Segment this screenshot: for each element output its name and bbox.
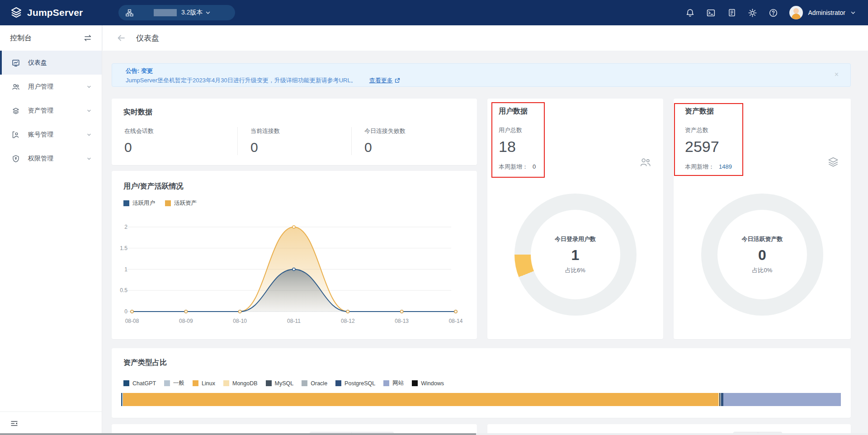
legend-item[interactable]: 网站 [383, 379, 404, 387]
sidebar-item-accounts[interactable]: 账号管理 [0, 123, 102, 147]
people-icon [640, 156, 651, 167]
legend-swatch [266, 380, 272, 386]
sidebar-item-label: 用户管理 [28, 83, 86, 91]
legend-item[interactable]: MongoDB [223, 379, 258, 387]
svg-text:08-09: 08-09 [179, 318, 193, 324]
chevron-down-icon [86, 132, 92, 137]
legend-item[interactable]: 一般 [164, 379, 184, 387]
active-assets-donut: 今日活跃资产数 0 占比0% [701, 194, 823, 316]
org-switcher[interactable]: 3.2版本 [118, 5, 235, 20]
legend-item[interactable]: Oracle [302, 379, 327, 387]
chevron-down-icon [86, 84, 92, 90]
organization-icon [126, 9, 149, 17]
chevron-down-icon [86, 156, 92, 161]
users-icon [12, 83, 20, 91]
svg-text:08-13: 08-13 [395, 318, 409, 324]
svg-text:08-10: 08-10 [233, 318, 247, 324]
card-title: 实时数据 [123, 108, 465, 117]
card-title: 资产类型占比 [123, 358, 839, 368]
layers-icon [827, 156, 839, 167]
svg-text:08-12: 08-12 [341, 318, 355, 324]
shield-icon [12, 155, 20, 163]
svg-text:2: 2 [124, 224, 127, 230]
dashboard-icon [12, 59, 20, 67]
sidebar-item-dashboard[interactable]: 仪表盘 [0, 51, 102, 75]
asset-week-new: 本周新增：1489 [685, 163, 840, 171]
legend-item[interactable]: Windows [412, 379, 444, 387]
chevron-down-icon [86, 108, 92, 113]
activity-legend: 活跃用户活跃资产 [123, 199, 465, 207]
page-title: 仪表盘 [136, 33, 159, 43]
legend-swatch [302, 380, 307, 386]
stat-failed-connections-today: 今日连接失败数 0 [351, 127, 465, 155]
switch-view-icon[interactable] [84, 34, 92, 42]
chevron-down-icon [205, 9, 228, 16]
legend-item[interactable]: 活跃资产 [165, 199, 197, 207]
notification-bell-icon[interactable] [685, 8, 695, 18]
collapse-sidebar-icon[interactable] [10, 419, 19, 428]
svg-text:08-14: 08-14 [449, 318, 463, 324]
user-menu-chevron-icon[interactable] [850, 9, 856, 16]
web-terminal-icon[interactable] [706, 8, 716, 18]
legend-swatch [164, 380, 170, 386]
sidebar-header: 控制台 [0, 25, 102, 51]
current-user-name[interactable]: Administrator [808, 9, 845, 16]
announcement-text: JumpServer堡垒机暂定于2023年4月30日进行升级变更，升级详细功能更… [126, 76, 357, 85]
work-log-icon[interactable] [727, 8, 737, 18]
bar-segment-Linux [123, 393, 718, 406]
announcement-title: 公告: 变更 [126, 67, 837, 75]
legend-swatch [335, 380, 341, 386]
settings-gear-icon[interactable] [748, 8, 758, 18]
jumpserver-logo-icon [10, 6, 23, 19]
avatar-head [793, 8, 799, 14]
legend-item[interactable]: Linux [193, 379, 215, 387]
bar-segment-网站 [723, 393, 841, 406]
user-asset-activity-card: 用户/资产活跃情况 活跃用户活跃资产 00.511.5208-0808-0908… [112, 171, 477, 339]
user-total-value: 18 [499, 138, 652, 156]
sidebar-item-label: 资产管理 [28, 107, 86, 115]
brand-name: JumpServer [27, 7, 83, 18]
legend-swatch [123, 200, 129, 206]
donut-ratio: 占比0% [752, 266, 773, 274]
divider [154, 9, 177, 16]
back-arrow-icon[interactable] [116, 33, 126, 43]
sidebar-title: 控制台 [10, 33, 32, 43]
sidebar-item-assets[interactable]: 资产管理 [0, 99, 102, 123]
donut-value: 1 [571, 247, 580, 264]
stat-online-sessions: 在线会话数 0 [123, 127, 237, 155]
sidebar-item-label: 仪表盘 [28, 59, 92, 67]
legend-item[interactable]: PostgreSQL [335, 379, 375, 387]
sidebar: 控制台 仪表盘 用户管理 [0, 25, 102, 435]
announcement-banner: 公告: 变更 JumpServer堡垒机暂定于2023年4月30日进行升级变更，… [112, 63, 851, 87]
user-avatar[interactable] [789, 6, 803, 19]
close-icon[interactable]: × [835, 71, 839, 78]
sidebar-item-permissions[interactable]: 权限管理 [0, 147, 102, 170]
see-more-link[interactable]: 查看更多 [369, 76, 400, 85]
asset-data-card: 资产数据 资产总数 2597 本周新增：1489 今日活跃资产数 0 占比0% [674, 99, 851, 339]
donut-label: 今日活跃资产数 [742, 235, 783, 243]
legend-item[interactable]: MySQL [266, 379, 294, 387]
legend-swatch [193, 380, 198, 386]
external-link-icon [395, 78, 400, 83]
legend-swatch [383, 380, 389, 386]
stat-current-connections: 当前连接数 0 [237, 127, 351, 155]
svg-text:1.5: 1.5 [120, 245, 127, 251]
legend-item[interactable]: 活跃用户 [123, 199, 155, 207]
brand-logo[interactable]: JumpServer [10, 6, 100, 19]
help-icon[interactable] [769, 8, 778, 18]
svg-text:08-08: 08-08 [125, 318, 139, 324]
horizontal-scrollbar-track[interactable] [0, 433, 868, 435]
activity-chart: 00.511.5208-0808-0908-1008-1108-1208-130… [113, 217, 461, 330]
horizontal-scrollbar-thumb[interactable] [0, 433, 476, 435]
svg-text:0: 0 [124, 308, 127, 315]
legend-item[interactable]: ChatGPT [123, 379, 156, 387]
sidebar-item-users[interactable]: 用户管理 [0, 75, 102, 99]
legend-swatch [123, 380, 129, 386]
sidebar-footer [0, 411, 102, 435]
card-title: 用户/资产活跃情况 [123, 182, 465, 191]
sidebar-item-label: 权限管理 [28, 155, 86, 163]
avatar-body [792, 14, 801, 19]
asset-type-legend: ChatGPT一般LinuxMongoDBMySQLOraclePostgreS… [123, 379, 839, 387]
svg-text:08-11: 08-11 [287, 318, 301, 324]
user-data-card: 用户数据 用户总数 18 本周新增：0 今日登录用户数 1 占比6% [487, 99, 663, 339]
